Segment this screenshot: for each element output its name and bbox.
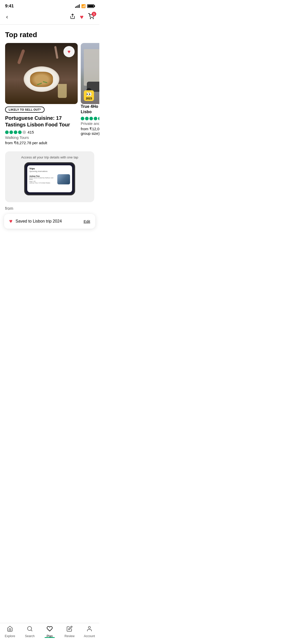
signal-icon: [75, 4, 80, 8]
back-button[interactable]: ‹: [5, 13, 9, 21]
status-time: 9:41: [5, 4, 14, 9]
tripadvisor-badge: 👀 2023: [84, 90, 94, 101]
dot-2: [9, 130, 13, 134]
wifi-icon: 📶: [81, 4, 86, 8]
cart-badge: 1: [92, 12, 96, 16]
edit-button[interactable]: Edit: [84, 219, 90, 224]
card-2-rating: [81, 117, 99, 120]
dot-4: [18, 130, 22, 134]
save-toast-left: ♥ Saved to Lisbon trip 2024: [9, 218, 62, 225]
card-1-title: Portuguese Cuisine: 17 Tastings Lisbon F…: [5, 115, 78, 128]
header-left: ‹: [5, 13, 9, 21]
card-1-category: Walking Tours: [5, 135, 78, 140]
card-2[interactable]: 👀 2023 True 4Ho of Lisbo Private and... …: [81, 43, 99, 145]
cards-carousel: ♥ LIKELY TO SELL OUT* Portuguese Cuisine…: [0, 43, 99, 145]
card-1-price: from ₹8,272.78 per adult: [5, 141, 78, 145]
card-1-dots: [5, 130, 26, 134]
from-label: from: [5, 206, 13, 211]
card-1-rating: 415: [5, 130, 78, 134]
card-2-image: 👀 2023: [81, 43, 99, 104]
section-title: Top rated: [0, 25, 99, 43]
dot-5: [22, 130, 26, 134]
save-toast: ♥ Saved to Lisbon trip 2024 Edit: [4, 214, 95, 229]
promo-banner[interactable]: Access all your trip details with one ta…: [5, 151, 94, 202]
card-1-rating-count: 415: [28, 130, 34, 134]
share-icon[interactable]: [70, 13, 75, 21]
card-1-tag: LIKELY TO SELL OUT*: [5, 107, 45, 113]
card-location: Joshua Tree, CA United States: [29, 182, 56, 184]
save-text: Saved to Lisbon trip 2024: [16, 219, 62, 224]
status-bar: 9:41 📶: [0, 0, 99, 11]
status-icons: 📶: [75, 4, 94, 8]
header-right: ♥ 1: [70, 13, 94, 21]
app-title: Trips: [29, 167, 70, 170]
card-1-favorite-button[interactable]: ♥: [63, 46, 75, 57]
save-heart-icon: ♥: [9, 218, 12, 225]
cart-icon[interactable]: 1: [88, 13, 94, 21]
card-1[interactable]: ♥ LIKELY TO SELL OUT* Portuguese Cuisine…: [5, 43, 78, 145]
card-2-title: True 4Ho of Lisbo: [81, 104, 99, 115]
card-1-image: ♥: [5, 43, 78, 104]
svg-point-1: [90, 18, 91, 19]
header: ‹ ♥ 1: [0, 11, 99, 24]
promo-text: Access all your trip details with one ta…: [21, 155, 78, 159]
card-detail: Entire dome hosted by Kathryn and Brian: [29, 177, 56, 180]
ta-year: 2023: [86, 97, 92, 100]
battery-icon: [87, 4, 94, 8]
app-subtitle: Upcoming reservations: [29, 170, 70, 172]
svg-point-2: [93, 18, 93, 19]
card-2-price: from ₹12,0... group size): [81, 127, 99, 136]
dot-1: [5, 130, 9, 134]
dot-3: [14, 130, 17, 134]
card-name: Joshua Tree: [29, 175, 56, 177]
from-section: from: [0, 202, 99, 214]
card-2-category: Private and...: [81, 121, 99, 126]
main-content: Top rated: [0, 25, 99, 254]
card-2-dots: [81, 117, 99, 120]
favorites-icon[interactable]: ♥: [80, 13, 84, 21]
card-1-heart-icon: ♥: [67, 49, 71, 55]
